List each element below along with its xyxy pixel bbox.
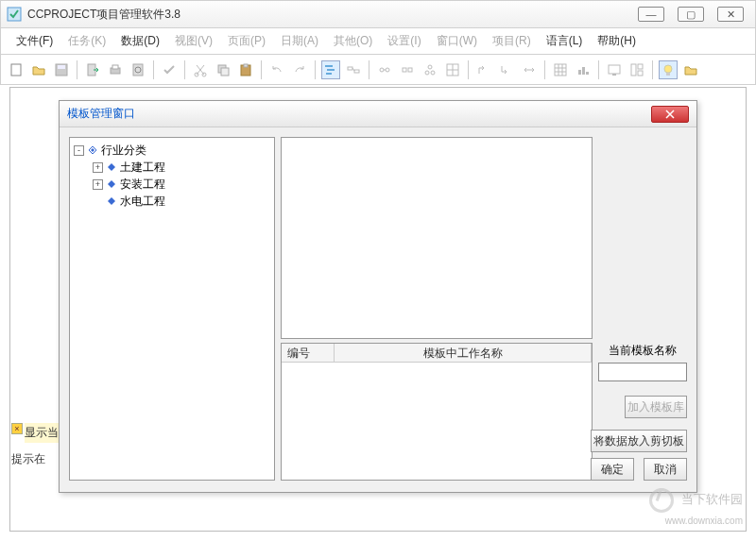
link2-icon[interactable] xyxy=(497,60,516,79)
svg-point-24 xyxy=(428,65,432,69)
layout-icon[interactable] xyxy=(627,60,646,79)
chart-icon[interactable] xyxy=(574,60,593,79)
menu-view[interactable]: 视图(V) xyxy=(167,29,220,53)
svg-rect-33 xyxy=(612,74,616,76)
new-icon[interactable] xyxy=(7,60,26,79)
toolbar xyxy=(0,55,756,85)
svg-rect-14 xyxy=(244,64,248,67)
list-header: 编号 模板中工作名称 xyxy=(282,344,592,363)
toolbar-separator xyxy=(369,60,369,79)
menu-date[interactable]: 日期(A) xyxy=(273,29,326,53)
dialog-titlebar[interactable]: 模板管理窗口 xyxy=(60,101,696,127)
print-icon[interactable] xyxy=(106,60,125,79)
ok-button[interactable]: 确定 xyxy=(591,458,634,481)
svg-rect-31 xyxy=(586,72,589,75)
screen-icon[interactable] xyxy=(605,60,624,79)
toolbar-separator xyxy=(468,60,469,79)
node2-icon[interactable] xyxy=(398,60,417,79)
template-dialog: 模板管理窗口 - 行业分类 + 土建工程 + 安装工程 xyxy=(59,100,697,493)
node1-icon[interactable] xyxy=(375,60,394,79)
network-icon[interactable] xyxy=(344,60,363,79)
dialog-close-button[interactable] xyxy=(651,106,689,123)
export-icon[interactable] xyxy=(83,60,102,79)
toolbar-separator xyxy=(153,60,154,79)
menu-task[interactable]: 任务(K) xyxy=(60,29,113,53)
paste-icon[interactable] xyxy=(236,60,255,79)
menu-other[interactable]: 其他(O) xyxy=(326,29,380,53)
svg-rect-32 xyxy=(609,65,620,74)
svg-point-37 xyxy=(664,65,672,73)
menu-file[interactable]: 文件(F) xyxy=(9,29,60,53)
tree-root[interactable]: - 行业分类 xyxy=(74,142,270,159)
column-name[interactable]: 模板中工作名称 xyxy=(335,344,592,362)
tree-panel[interactable]: - 行业分类 + 土建工程 + 安装工程 水电工程 xyxy=(69,137,275,481)
toolbar-separator xyxy=(315,60,316,79)
column-number[interactable]: 编号 xyxy=(282,344,335,362)
bulb-icon[interactable] xyxy=(659,60,678,79)
menu-settings[interactable]: 设置(I) xyxy=(380,29,428,53)
collapse-icon[interactable]: - xyxy=(74,145,84,156)
menu-page[interactable]: 页面(P) xyxy=(220,29,273,53)
maximize-button[interactable]: ▢ xyxy=(678,7,704,22)
svg-rect-23 xyxy=(408,68,412,72)
template-name-input[interactable] xyxy=(598,363,687,381)
redo-icon[interactable] xyxy=(290,60,309,79)
svg-rect-3 xyxy=(58,65,65,69)
node3-icon[interactable] xyxy=(421,60,439,79)
right-controls: 当前模板名称 xyxy=(598,343,687,381)
preview-panel xyxy=(281,137,593,339)
link3-icon[interactable] xyxy=(520,60,539,79)
svg-rect-15 xyxy=(325,65,333,67)
tree-item-label: 水电工程 xyxy=(120,194,165,210)
svg-rect-28 xyxy=(555,64,566,76)
dialog-title: 模板管理窗口 xyxy=(67,106,651,122)
window-title: CCPROJECT项目管理软件3.8 xyxy=(27,7,638,23)
close-button[interactable]: ✕ xyxy=(717,7,744,22)
svg-rect-1 xyxy=(11,64,21,76)
svg-rect-19 xyxy=(354,70,359,73)
hint-close-icon[interactable]: × xyxy=(11,423,23,434)
menu-data[interactable]: 数据(D) xyxy=(113,29,167,53)
tree-item[interactable]: + 土建工程 xyxy=(74,159,270,176)
watermark-url: www.downxia.com xyxy=(665,516,743,526)
expand-icon[interactable]: + xyxy=(93,179,103,190)
copy-icon[interactable] xyxy=(214,60,232,79)
open-icon[interactable] xyxy=(29,60,48,79)
clipboard-button[interactable]: 将数据放入剪切板 xyxy=(591,430,687,452)
svg-rect-18 xyxy=(348,67,352,70)
svg-rect-6 xyxy=(112,65,118,69)
expand-icon[interactable]: + xyxy=(93,162,103,173)
link1-icon[interactable] xyxy=(474,60,493,79)
svg-rect-38 xyxy=(666,73,670,76)
svg-point-25 xyxy=(425,71,429,75)
undo-icon[interactable] xyxy=(267,60,286,79)
gantt-icon[interactable] xyxy=(321,60,340,79)
close-icon xyxy=(664,110,676,119)
menu-project[interactable]: 项目(R) xyxy=(485,29,539,53)
menu-window[interactable]: 窗口(W) xyxy=(429,29,485,53)
list-panel[interactable]: 编号 模板中工作名称 xyxy=(281,343,593,481)
add-template-button[interactable]: 加入模板库 xyxy=(625,396,687,418)
svg-point-26 xyxy=(431,71,435,75)
tree-item[interactable]: 水电工程 xyxy=(74,193,270,210)
titlebar: CCPROJECT项目管理软件3.8 — ▢ ✕ xyxy=(0,0,756,28)
tree-item-label: 安装工程 xyxy=(120,177,165,193)
diamond-icon xyxy=(105,179,118,189)
tree-item[interactable]: + 安装工程 xyxy=(74,176,270,193)
tree-item-label: 土建工程 xyxy=(120,160,165,176)
grid-icon[interactable] xyxy=(551,60,570,79)
minimize-button[interactable]: — xyxy=(638,7,664,22)
node4-icon[interactable] xyxy=(443,60,462,79)
dialog-body: - 行业分类 + 土建工程 + 安装工程 水电工程 xyxy=(60,127,696,492)
svg-rect-22 xyxy=(403,68,406,72)
menu-help[interactable]: 帮助(H) xyxy=(590,29,644,53)
check-icon[interactable] xyxy=(160,60,179,79)
menu-language[interactable]: 语言(L) xyxy=(539,29,591,53)
preview-icon[interactable] xyxy=(129,60,147,79)
window-controls: — ▢ ✕ xyxy=(638,7,744,22)
folder-icon[interactable] xyxy=(681,60,700,79)
cut-icon[interactable] xyxy=(191,60,210,79)
tree-root-label: 行业分类 xyxy=(101,143,146,159)
cancel-button[interactable]: 取消 xyxy=(644,458,687,481)
save-icon[interactable] xyxy=(52,60,71,79)
